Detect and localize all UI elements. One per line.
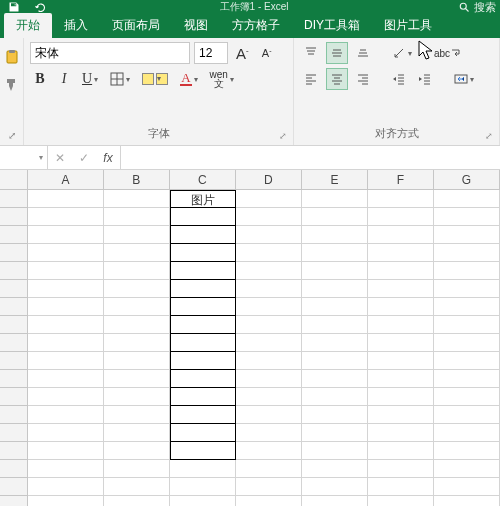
- cell[interactable]: [104, 190, 170, 208]
- cell[interactable]: [368, 496, 434, 506]
- cell[interactable]: [28, 316, 103, 334]
- cell[interactable]: [170, 334, 236, 352]
- cell[interactable]: [104, 406, 170, 424]
- cell[interactable]: [170, 208, 236, 226]
- cell[interactable]: [368, 208, 434, 226]
- cell[interactable]: [236, 496, 302, 506]
- cell[interactable]: [434, 298, 500, 316]
- row-header[interactable]: [0, 208, 28, 226]
- cell[interactable]: [28, 298, 103, 316]
- cell[interactable]: [368, 226, 434, 244]
- font-color-button[interactable]: A▾: [176, 68, 201, 90]
- cell[interactable]: [368, 352, 434, 370]
- cell[interactable]: [434, 280, 500, 298]
- cell[interactable]: [302, 298, 368, 316]
- row-header[interactable]: [0, 388, 28, 406]
- cell[interactable]: [236, 262, 302, 280]
- tab-page-layout[interactable]: 页面布局: [100, 13, 172, 38]
- cell[interactable]: [104, 208, 170, 226]
- cell[interactable]: [302, 370, 368, 388]
- row-header[interactable]: [0, 496, 28, 506]
- cell[interactable]: [236, 298, 302, 316]
- format-painter-icon[interactable]: [0, 74, 24, 96]
- tab-insert[interactable]: 插入: [52, 13, 100, 38]
- cell[interactable]: [170, 424, 236, 442]
- cell[interactable]: [434, 262, 500, 280]
- cell[interactable]: [104, 442, 170, 460]
- search-box[interactable]: 搜索: [458, 0, 496, 14]
- cell[interactable]: [368, 334, 434, 352]
- cell[interactable]: [434, 388, 500, 406]
- cell[interactable]: [104, 496, 170, 506]
- cell[interactable]: [28, 226, 103, 244]
- worksheet[interactable]: A B C D E F G 图片: [0, 170, 500, 506]
- cell[interactable]: [28, 406, 103, 424]
- increase-indent-button[interactable]: [414, 68, 436, 90]
- cell[interactable]: [368, 460, 434, 478]
- cell[interactable]: [104, 478, 170, 496]
- cell[interactable]: [104, 370, 170, 388]
- insert-function-button[interactable]: fx: [96, 147, 120, 169]
- cell[interactable]: [104, 334, 170, 352]
- cell[interactable]: [104, 244, 170, 262]
- qat-save-icon[interactable]: [4, 0, 24, 14]
- cell[interactable]: [170, 262, 236, 280]
- orientation-button[interactable]: ▾: [388, 42, 416, 64]
- row-header[interactable]: [0, 190, 28, 208]
- cell[interactable]: [28, 424, 103, 442]
- align-middle-button[interactable]: [326, 42, 348, 64]
- cell[interactable]: [368, 244, 434, 262]
- enter-formula-button[interactable]: ✓: [72, 147, 96, 169]
- row-header[interactable]: [0, 316, 28, 334]
- cell[interactable]: [170, 316, 236, 334]
- cell[interactable]: [302, 316, 368, 334]
- col-header-A[interactable]: A: [28, 170, 103, 189]
- cell[interactable]: [434, 226, 500, 244]
- cell[interactable]: [28, 370, 103, 388]
- cell[interactable]: [434, 352, 500, 370]
- cell[interactable]: [302, 208, 368, 226]
- cell[interactable]: [434, 316, 500, 334]
- cell[interactable]: [236, 424, 302, 442]
- cell[interactable]: [104, 424, 170, 442]
- align-right-button[interactable]: [352, 68, 374, 90]
- cell[interactable]: [302, 244, 368, 262]
- cell[interactable]: [170, 352, 236, 370]
- cell[interactable]: [104, 352, 170, 370]
- cell[interactable]: [28, 208, 103, 226]
- cell[interactable]: [28, 442, 103, 460]
- row-header[interactable]: [0, 478, 28, 496]
- cell[interactable]: [236, 442, 302, 460]
- cell[interactable]: [368, 370, 434, 388]
- cell[interactable]: [302, 388, 368, 406]
- cell[interactable]: [28, 262, 103, 280]
- decrease-indent-button[interactable]: [388, 68, 410, 90]
- select-all-corner[interactable]: [0, 170, 28, 189]
- cell[interactable]: [368, 298, 434, 316]
- cell[interactable]: [236, 226, 302, 244]
- cell[interactable]: [170, 370, 236, 388]
- cell[interactable]: [236, 370, 302, 388]
- cell[interactable]: [170, 388, 236, 406]
- cell[interactable]: [236, 406, 302, 424]
- col-header-E[interactable]: E: [302, 170, 368, 189]
- formula-input[interactable]: [127, 150, 494, 165]
- cell[interactable]: [302, 496, 368, 506]
- col-header-D[interactable]: D: [236, 170, 302, 189]
- cell[interactable]: [368, 262, 434, 280]
- cell[interactable]: [434, 406, 500, 424]
- bold-button[interactable]: B: [30, 68, 50, 90]
- wrap-text-button[interactable]: abc: [430, 42, 465, 64]
- cell[interactable]: [104, 460, 170, 478]
- row-header[interactable]: [0, 406, 28, 424]
- cell[interactable]: [434, 496, 500, 506]
- cell[interactable]: [368, 478, 434, 496]
- cell[interactable]: [236, 388, 302, 406]
- cell[interactable]: [170, 460, 236, 478]
- align-left-button[interactable]: [300, 68, 322, 90]
- tab-picture-tools[interactable]: 图片工具: [372, 13, 444, 38]
- italic-button[interactable]: I: [54, 68, 74, 90]
- cell[interactable]: [434, 208, 500, 226]
- cell[interactable]: [434, 190, 500, 208]
- cell[interactable]: [104, 388, 170, 406]
